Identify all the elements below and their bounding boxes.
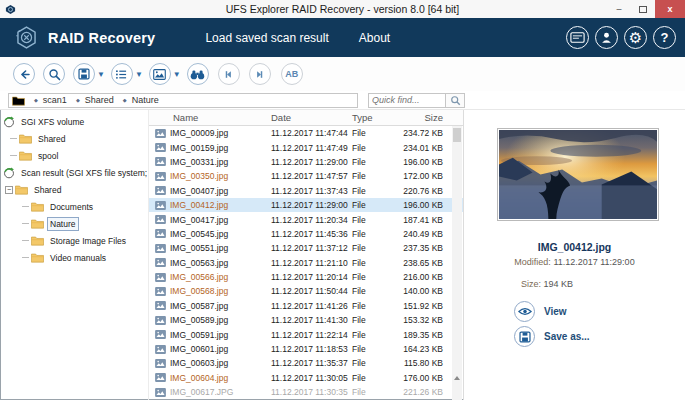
- breadcrumb-item[interactable]: ◆ Nature: [114, 95, 159, 105]
- file-row[interactable]: IMG_00407.jpg 11.12.2017 11:37:43 File 2…: [149, 184, 463, 198]
- file-date: 11.12.2017 11:29:00: [271, 200, 352, 210]
- column-header-size[interactable]: Size: [402, 112, 445, 123]
- image-view-button[interactable]: [149, 63, 171, 85]
- file-type: File: [352, 258, 402, 268]
- file-row[interactable]: IMG_00545.jpg 11.12.2017 11:45:36 File 2…: [149, 227, 463, 241]
- file-list: Name Date Type Size IMG_00009.jpg 11.12.…: [148, 110, 463, 400]
- breadcrumb-separator-icon: ◆: [123, 97, 127, 103]
- image-view-icon: [153, 69, 166, 80]
- file-row[interactable]: IMG_00331.jpg 11.12.2017 11:29:00 File 1…: [149, 155, 463, 169]
- file-row[interactable]: IMG_00159.jpg 11.12.2017 11:47:49 File 2…: [149, 140, 463, 154]
- tree-item[interactable]: − Video manuals: [0, 249, 148, 266]
- tree-item-label: Shared: [31, 183, 64, 197]
- previous-file-button[interactable]: [218, 63, 240, 85]
- scrollbar-thumb[interactable]: [453, 128, 461, 142]
- breadcrumb-item[interactable]: ◆ scan1: [25, 95, 67, 105]
- save-dropdown-caret[interactable]: ▼: [97, 70, 105, 79]
- menu-about[interactable]: About: [359, 31, 390, 45]
- file-row[interactable]: IMG_00603.jpg 11.12.2017 11:35:37 File 1…: [149, 356, 463, 370]
- file-row[interactable]: IMG_00563.jpg 11.12.2017 11:21:10 File 2…: [149, 256, 463, 270]
- preview-panel: IMG_00412.jpg Modified: 11.12.2017 11:29…: [463, 110, 685, 400]
- find-button[interactable]: [187, 63, 209, 85]
- tree-item[interactable]: − SGI XFS volume: [0, 113, 148, 130]
- file-name: IMG_00551.jpg: [170, 243, 228, 253]
- window-title: UFS Explorer RAID Recovery - version 8.0…: [100, 0, 585, 18]
- file-name: IMG_00589.jpg: [170, 315, 228, 325]
- main-area: − SGI XFS volume − Shared − spool −: [0, 110, 685, 400]
- column-header-name[interactable]: Name: [149, 112, 271, 123]
- file-row[interactable]: IMG_00551.jpg 11.12.2017 11:37:12 File 2…: [149, 241, 463, 255]
- image-file-icon: [155, 172, 166, 181]
- file-row[interactable]: IMG_00350.jpg 11.12.2017 11:47:57 File 1…: [149, 169, 463, 183]
- image-view-dropdown-caret[interactable]: ▼: [173, 70, 181, 79]
- tree-item-label: Video manuals: [47, 251, 109, 265]
- file-name: IMG_00587.jpg: [170, 301, 228, 311]
- user-account-button[interactable]: [595, 26, 618, 49]
- file-size: 237.35 KB: [402, 243, 445, 253]
- maximize-button[interactable]: [631, 0, 655, 18]
- close-button[interactable]: x: [655, 0, 685, 18]
- file-row[interactable]: IMG_00589.jpg 11.12.2017 11:41:30 File 1…: [149, 313, 463, 327]
- encoding-button[interactable]: AB: [281, 63, 303, 85]
- next-file-button[interactable]: [249, 63, 271, 85]
- back-button[interactable]: [13, 63, 35, 85]
- tree-item[interactable]: − spool: [0, 147, 148, 164]
- save-as-button[interactable]: Save as...: [514, 326, 590, 347]
- file-name: IMG_00566.jpg: [170, 272, 228, 282]
- breadcrumb-item[interactable]: ◆ Shared: [67, 95, 114, 105]
- tree-item[interactable]: − Scan result (SGI XFS file system; 3.72…: [0, 164, 148, 181]
- help-button[interactable]: ?: [653, 26, 676, 49]
- file-row[interactable]: IMG_00009.jpg 11.12.2017 11:47:44 File 2…: [149, 126, 463, 140]
- file-list-scrollbar[interactable]: [452, 126, 462, 400]
- file-row[interactable]: IMG_00566.jpg 11.12.2017 11:20:14 File 2…: [149, 270, 463, 284]
- window-controls: – x: [607, 0, 685, 18]
- folder-icon: [31, 252, 44, 263]
- quick-find-button[interactable]: [445, 94, 464, 107]
- file-date: 11.12.2017 11:30:35: [271, 387, 352, 397]
- view-button[interactable]: View: [514, 301, 567, 322]
- tree-item[interactable]: − Documents: [0, 198, 148, 215]
- file-row[interactable]: IMG_00587.jpg 11.12.2017 11:41:26 File 1…: [149, 299, 463, 313]
- file-date: 11.12.2017 11:47:49: [271, 143, 352, 153]
- search-button[interactable]: [43, 63, 65, 85]
- file-row[interactable]: IMG_00568.jpg 11.12.2017 11:50:44 File 1…: [149, 284, 463, 298]
- tree-item[interactable]: − Nature: [0, 215, 148, 232]
- image-file-icon: [155, 345, 166, 354]
- image-file-icon: [155, 229, 166, 238]
- column-header-type[interactable]: Type: [352, 112, 402, 123]
- file-row[interactable]: IMG_00617.JPG 11.12.2017 11:30:35 File 2…: [149, 385, 463, 399]
- file-name: IMG_00604.jpg: [170, 373, 228, 383]
- image-file-icon: [155, 143, 166, 152]
- settings-button[interactable]: ⚙: [624, 26, 647, 49]
- folder-icon: [19, 150, 32, 161]
- quick-find-input[interactable]: [369, 94, 445, 107]
- license-card-button[interactable]: [566, 26, 589, 49]
- file-row[interactable]: IMG_00417.jpg 11.12.2017 11:20:34 File 1…: [149, 212, 463, 226]
- file-type: File: [352, 272, 402, 282]
- menu-load-saved-scan-result[interactable]: Load saved scan result: [205, 31, 328, 45]
- column-header-date[interactable]: Date: [271, 112, 352, 123]
- view-mode-button[interactable]: [111, 63, 133, 85]
- collapse-toggle-icon[interactable]: −: [5, 186, 13, 194]
- file-row[interactable]: IMG_00601.jpg 11.12.2017 11:18:53 File 1…: [149, 342, 463, 356]
- tree-item[interactable]: − Storage Image Files: [0, 232, 148, 249]
- app-window: { "window": { "title": "UFS Explorer RAI…: [0, 0, 685, 400]
- app-logo-icon: [13, 24, 40, 51]
- settings-gear-icon: ⚙: [629, 30, 642, 45]
- file-size: 238.65 KB: [402, 258, 445, 268]
- tree-item[interactable]: − Shared: [0, 130, 148, 147]
- preview-thumbnail[interactable]: [497, 128, 659, 221]
- file-size: 164.23 KB: [402, 344, 445, 354]
- image-file-icon: [155, 301, 166, 310]
- file-row[interactable]: IMG_00412.jpg 11.12.2017 11:29:00 File 1…: [149, 198, 463, 212]
- size-label: Size:: [521, 279, 541, 289]
- save-button[interactable]: [73, 63, 95, 85]
- image-file-icon: [155, 215, 166, 224]
- file-row[interactable]: IMG_00591.jpg 11.12.2017 11:22:14 File 1…: [149, 327, 463, 341]
- tree-item[interactable]: − Shared: [0, 181, 148, 198]
- file-type: File: [352, 157, 402, 167]
- file-date: 11.12.2017 11:22:14: [271, 330, 352, 340]
- minimize-button[interactable]: –: [607, 0, 631, 18]
- file-row[interactable]: IMG_00604.jpg 11.12.2017 11:30:05 File 1…: [149, 371, 463, 385]
- view-mode-dropdown-caret[interactable]: ▼: [135, 70, 143, 79]
